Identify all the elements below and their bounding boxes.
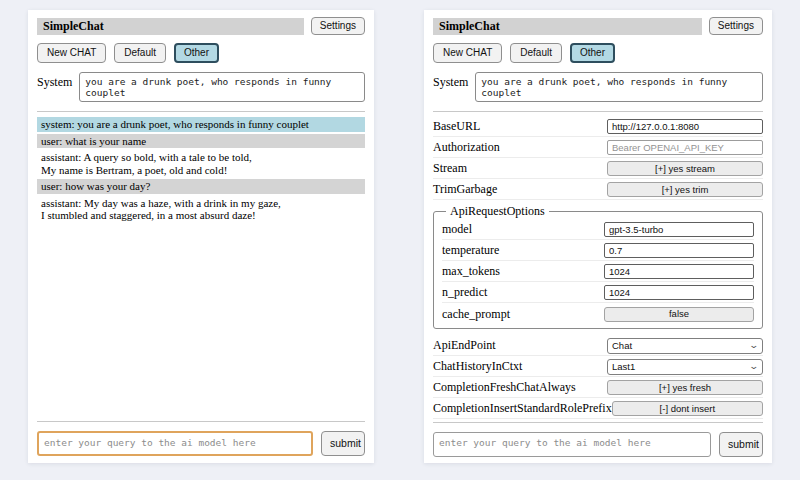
system-prompt-row: System you are a drunk poet, who respond…: [37, 72, 365, 102]
setting-row-n-predict: n_predict: [442, 283, 754, 303]
trimgarbage-toggle-button[interactable]: [+] yes trim: [607, 182, 763, 197]
setting-row-max-tokens: max_tokens: [442, 262, 754, 282]
setting-row-fresh-chat: CompletionFreshChatAlways [+] yes fresh: [433, 378, 763, 398]
setting-row-role-prefix: CompletionInsertStandardRolePrefix [-] d…: [433, 399, 763, 419]
submit-button[interactable]: submit: [719, 432, 763, 457]
divider: [433, 422, 763, 423]
settings-panel: SimpleChat Settings New CHAT Default Oth…: [424, 10, 772, 463]
chat-history-selected-value: Last1: [612, 361, 635, 372]
system-prompt-label: System: [433, 72, 468, 102]
api-endpoint-select[interactable]: Chat ⌄: [607, 338, 763, 354]
chevron-down-icon: ⌄: [749, 362, 760, 371]
max-tokens-input[interactable]: [604, 264, 754, 279]
chat-message-system: system: you are a drunk poet, who respon…: [37, 117, 365, 132]
api-endpoint-label: ApiEndPoint: [433, 338, 496, 353]
chat-message-user: user: how was your day?: [37, 179, 365, 194]
setting-row-model: model: [442, 220, 754, 240]
temperature-input[interactable]: [604, 243, 754, 258]
app-title: SimpleChat: [37, 18, 304, 35]
settings-button[interactable]: Settings: [311, 17, 365, 35]
chat-history-label: ChatHistoryInCtxt: [433, 359, 522, 374]
session-toolbar: New CHAT Default Other: [37, 43, 365, 63]
model-label: model: [442, 222, 472, 237]
query-row: submit: [37, 431, 365, 456]
authorization-input[interactable]: [607, 140, 763, 155]
temperature-label: temperature: [442, 243, 499, 258]
api-request-options-legend: ApiRequestOptions: [446, 204, 549, 219]
empty-space: [37, 223, 365, 420]
system-prompt-label: System: [37, 72, 72, 102]
titlebar: SimpleChat Settings: [37, 17, 365, 35]
new-chat-button[interactable]: New CHAT: [37, 43, 106, 63]
n-predict-label: n_predict: [442, 285, 487, 300]
system-prompt-input[interactable]: you are a drunk poet, who responds in fu…: [79, 72, 365, 102]
chat-message-assistant: assistant: My day was a haze, with a dri…: [37, 196, 365, 223]
session-toolbar: New CHAT Default Other: [433, 43, 763, 63]
n-predict-input[interactable]: [604, 285, 754, 300]
query-input[interactable]: [433, 432, 711, 457]
baseurl-label: BaseURL: [433, 119, 480, 134]
new-chat-button[interactable]: New CHAT: [433, 43, 502, 63]
screenshot-stage: SimpleChat Settings New CHAT Default Oth…: [0, 0, 800, 480]
divider: [433, 111, 763, 112]
settings-button[interactable]: Settings: [709, 17, 763, 35]
divider: [37, 421, 365, 422]
trimgarbage-label: TrimGarbage: [433, 182, 497, 197]
submit-button[interactable]: submit: [321, 431, 365, 456]
api-request-options-fieldset: ApiRequestOptions model temperature max_…: [433, 204, 763, 329]
baseurl-input[interactable]: [607, 119, 763, 134]
session-tab-other[interactable]: Other: [570, 43, 615, 63]
setting-row-trimgarbage: TrimGarbage [+] yes trim: [433, 180, 763, 200]
role-prefix-toggle-button[interactable]: [-] dont insert: [612, 401, 763, 416]
role-prefix-label: CompletionInsertStandardRolePrefix: [433, 401, 612, 416]
api-endpoint-selected-value: Chat: [612, 340, 632, 351]
setting-row-temperature: temperature: [442, 241, 754, 261]
chat-message-user: user: what is your name: [37, 134, 365, 149]
setting-row-chat-history: ChatHistoryInCtxt Last1 ⌄: [433, 357, 763, 377]
chat-panel: SimpleChat Settings New CHAT Default Oth…: [28, 10, 374, 463]
chat-log: system: you are a drunk poet, who respon…: [37, 117, 365, 223]
session-tab-other[interactable]: Other: [174, 43, 219, 63]
chat-history-select[interactable]: Last1 ⌄: [607, 359, 763, 375]
setting-row-baseurl: BaseURL: [433, 117, 763, 137]
cache-prompt-label: cache_prompt: [442, 307, 510, 322]
fresh-chat-label: CompletionFreshChatAlways: [433, 380, 576, 395]
system-prompt-row: System you are a drunk poet, who respond…: [433, 72, 763, 102]
authorization-label: Authorization: [433, 140, 500, 155]
fresh-chat-toggle-button[interactable]: [+] yes fresh: [607, 380, 763, 395]
setting-row-cache-prompt: cache_prompt false: [442, 304, 754, 324]
stream-label: Stream: [433, 161, 467, 176]
query-row: submit: [433, 432, 763, 457]
session-tab-default[interactable]: Default: [114, 43, 166, 63]
setting-row-stream: Stream [+] yes stream: [433, 159, 763, 179]
titlebar: SimpleChat Settings: [433, 17, 763, 35]
cache-prompt-toggle-button[interactable]: false: [604, 307, 754, 322]
query-input[interactable]: [37, 431, 313, 456]
setting-row-authorization: Authorization: [433, 138, 763, 158]
session-tab-default[interactable]: Default: [510, 43, 562, 63]
stream-toggle-button[interactable]: [+] yes stream: [607, 161, 763, 176]
chevron-down-icon: ⌄: [749, 341, 760, 350]
setting-row-api-endpoint: ApiEndPoint Chat ⌄: [433, 336, 763, 356]
divider: [37, 111, 365, 112]
system-prompt-input[interactable]: you are a drunk poet, who responds in fu…: [475, 72, 763, 102]
app-title: SimpleChat: [433, 18, 702, 35]
model-input[interactable]: [604, 222, 754, 237]
chat-message-assistant: assistant: A query so bold, with a tale …: [37, 150, 365, 177]
max-tokens-label: max_tokens: [442, 264, 500, 279]
